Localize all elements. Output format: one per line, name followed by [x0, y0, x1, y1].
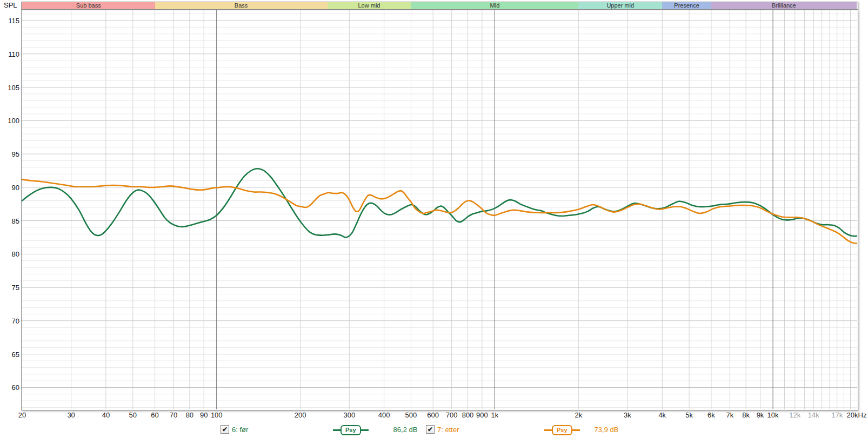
x-tick-label: 1k [479, 411, 510, 419]
trace-line-icon [544, 429, 552, 431]
x-tick-label: 100 [202, 411, 232, 419]
trace-1-label: 6: før [232, 426, 248, 434]
y-tick-label: 85 [1, 217, 19, 225]
x-tick-label: 40 [91, 411, 121, 419]
trace-1-level-value: 86,2 dB [384, 426, 427, 434]
trace-2-curve [22, 179, 857, 244]
trace-1-curve [22, 169, 857, 237]
y-tick-label: 60 [1, 383, 19, 392]
x-tick-label: 20kHz [842, 411, 868, 419]
x-tick-label: 4k [647, 411, 677, 419]
y-tick-label: 95 [1, 150, 19, 158]
x-tick-label: 300 [334, 411, 364, 419]
x-tick-label: 3k [612, 411, 643, 419]
y-tick-label: 80 [1, 250, 19, 258]
y-tick-label: 115 [1, 17, 19, 25]
trace-line-icon [572, 429, 580, 431]
trace-2-smoothing-button[interactable]: Psy [544, 425, 580, 435]
y-tick-label: 70 [1, 317, 19, 325]
psy-smoothing-badge: Psy [552, 425, 572, 435]
x-tick-label: 200 [285, 411, 316, 419]
y-tick-label: 110 [1, 50, 19, 58]
x-tick-label: 30 [56, 411, 86, 419]
x-tick-label: 2k [563, 411, 593, 419]
x-tick-label: 20 [7, 411, 37, 419]
trace-2-checkbox[interactable]: ✔ [426, 425, 435, 434]
y-tick-label: 105 [1, 84, 19, 92]
trace-line-icon [361, 429, 369, 431]
y-tick-label: 100 [1, 117, 19, 125]
trace-line-icon [333, 429, 340, 431]
spl-graph-panel: SPL Sub bassBassLow midMidUpper midPrese… [0, 0, 868, 438]
y-tick-label: 65 [1, 351, 19, 359]
trace-1-checkbox[interactable]: ✔ [221, 425, 229, 434]
trace-2-level-value: 73,9 dB [585, 426, 628, 434]
trace-2-label: 7: etter [437, 426, 459, 434]
y-tick-label: 90 [1, 184, 19, 192]
y-tick-label: 75 [1, 284, 19, 292]
chart-canvas [0, 0, 868, 438]
x-tick-label: 400 [369, 411, 399, 419]
trace-1-smoothing-button[interactable]: Psy [333, 425, 369, 435]
psy-smoothing-badge: Psy [340, 425, 361, 435]
